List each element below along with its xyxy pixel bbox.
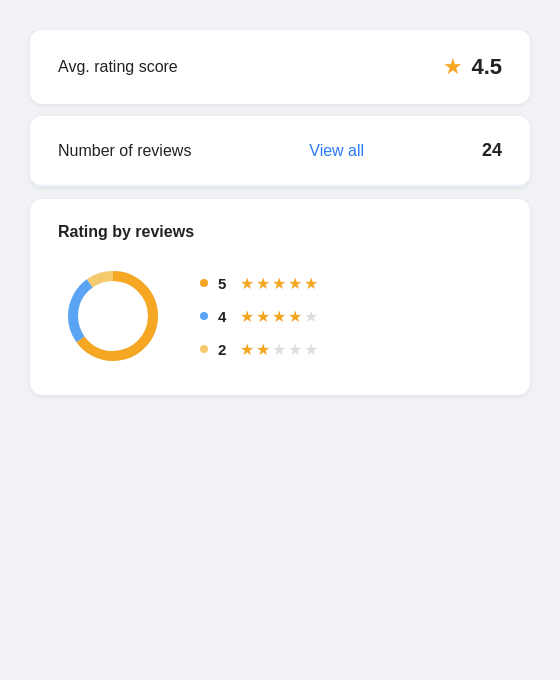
num-reviews-label: Number of reviews <box>58 142 191 160</box>
donut-chart <box>58 261 168 371</box>
stars-2: ★ ★ ★ ★ ★ <box>240 340 318 359</box>
avg-rating-card: Avg. rating score ★ 4.5 <box>30 30 530 104</box>
star-1: ★ <box>240 274 254 293</box>
rating-by-reviews-card: Rating by reviews 5 <box>30 199 530 395</box>
star-2: ★ <box>256 307 270 326</box>
rating-number-5: 5 <box>218 275 230 292</box>
star-2: ★ <box>256 274 270 293</box>
dot-2-icon <box>200 345 208 353</box>
rating-list: 5 ★ ★ ★ ★ ★ 4 ★ ★ ★ <box>200 274 318 359</box>
avg-rating-value-group: ★ 4.5 <box>443 54 502 80</box>
rating-number-4: 4 <box>218 308 230 325</box>
rating-row-4: 4 ★ ★ ★ ★ ★ <box>200 307 318 326</box>
rating-by-reviews-title: Rating by reviews <box>58 223 502 241</box>
stars-4: ★ ★ ★ ★ ★ <box>240 307 318 326</box>
star-2: ★ <box>256 340 270 359</box>
avg-score-value: 4.5 <box>471 54 502 80</box>
dot-5-icon <box>200 279 208 287</box>
star-empty-4: ★ <box>288 340 302 359</box>
num-reviews-card: Number of reviews View all 24 <box>30 116 530 187</box>
star-1: ★ <box>240 307 254 326</box>
stars-5: ★ ★ ★ ★ ★ <box>240 274 318 293</box>
dot-4-icon <box>200 312 208 320</box>
star-4: ★ <box>288 307 302 326</box>
star-3: ★ <box>272 274 286 293</box>
rating-row-2: 2 ★ ★ ★ ★ ★ <box>200 340 318 359</box>
star-1: ★ <box>240 340 254 359</box>
review-count-value: 24 <box>482 140 502 161</box>
rating-row-5: 5 ★ ★ ★ ★ ★ <box>200 274 318 293</box>
avg-star-icon: ★ <box>443 54 463 80</box>
main-container: Avg. rating score ★ 4.5 Number of review… <box>30 30 530 395</box>
star-empty-5: ★ <box>304 307 318 326</box>
view-all-link[interactable]: View all <box>309 142 364 160</box>
avg-rating-label: Avg. rating score <box>58 58 178 76</box>
rating-content: 5 ★ ★ ★ ★ ★ 4 ★ ★ ★ <box>58 261 502 371</box>
star-3: ★ <box>272 307 286 326</box>
star-5: ★ <box>304 274 318 293</box>
rating-number-2: 2 <box>218 341 230 358</box>
star-empty-3: ★ <box>272 340 286 359</box>
star-empty-5: ★ <box>304 340 318 359</box>
star-4: ★ <box>288 274 302 293</box>
